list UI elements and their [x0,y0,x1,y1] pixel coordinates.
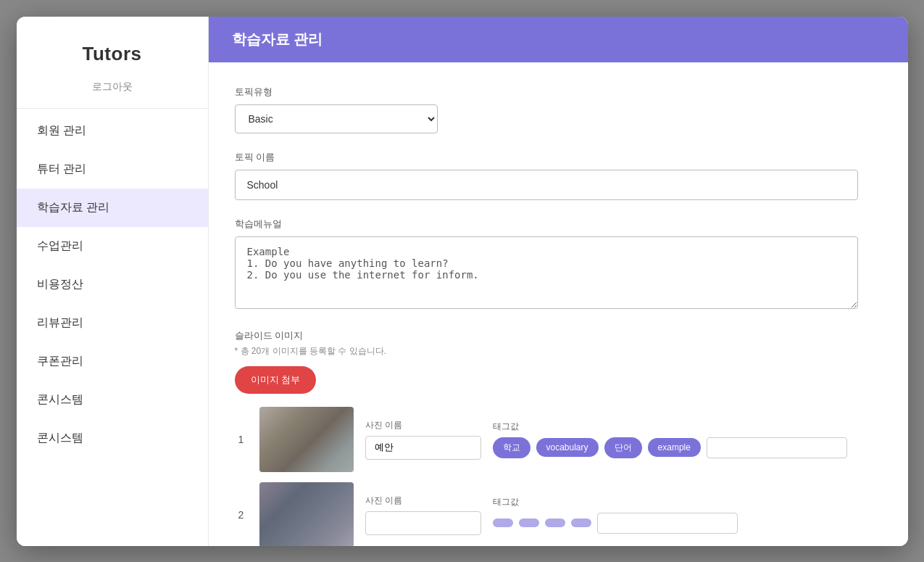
main-content: 토픽유형 Basic Advanced Expert 토픽 이름 학습메뉴얼 E… [209,62,908,546]
image-tags-label: 태그값 [493,496,738,508]
slide-image-section: 슬라이드 이미지 * 총 20개 이미지를 등록할 수 있습니다. 이미지 첨부… [235,329,882,546]
image-row-num: 2 [235,509,248,521]
image-name-label: 사진 이름 [365,495,481,507]
sidebar-item-tutors[interactable]: 튜터 관리 [17,150,208,189]
image-name-group: 사진 이름 [365,495,481,535]
study-menu-section: 학습메뉴얼 Example 1. Do you have anything to… [235,218,882,312]
slide-image-hint: * 총 20개 이미지를 등록할 수 있습니다. [235,345,882,358]
sidebar-logo-area: Tutors [17,17,208,77]
sidebar-item-push2[interactable]: 콘시스템 [17,419,208,458]
topic-name-section: 토픽 이름 [235,151,882,200]
topic-name-label: 토픽 이름 [235,151,882,164]
image-name-input[interactable] [365,511,481,535]
topic-type-select[interactable]: Basic Advanced Expert [235,104,438,133]
main-header: 학습자료 관리 [209,17,908,62]
tag-button-empty2[interactable] [519,518,539,527]
image-tags-row [493,513,738,534]
sidebar-item-materials[interactable]: 학습자료 관리 [17,189,208,227]
tag-button-example[interactable]: example [648,438,701,457]
image-thumbnail [259,482,354,546]
image-name-group: 사진 이름 [365,419,481,460]
study-menu-label: 학습메뉴얼 [235,218,882,231]
tag-input[interactable] [707,437,847,458]
image-name-input[interactable] [365,436,481,460]
sidebar-item-billing[interactable]: 비용정산 [17,265,208,304]
tag-button-school[interactable]: 학교 [493,437,530,458]
image-row-num: 1 [235,434,248,445]
sidebar-item-members[interactable]: 회원 관리 [17,112,208,150]
add-image-button[interactable]: 이미지 첨부 [235,366,317,394]
sidebar-item-coupons[interactable]: 쿠폰관리 [17,342,208,381]
image-tags-area: 태그값 [493,496,738,534]
tag-button-empty3[interactable] [545,518,565,527]
slide-image-label: 슬라이드 이미지 [235,329,882,342]
page-title: 학습자료 관리 [232,30,323,49]
tag-button-empty1[interactable] [493,518,513,527]
image-thumbnail [259,407,354,472]
image-tags-row: 학교 vocabulary 단어 example [493,437,847,458]
tag-button-word[interactable]: 단어 [604,437,642,458]
sidebar-item-classes[interactable]: 수업관리 [17,227,208,265]
tag-input[interactable] [597,513,738,534]
sidebar: Tutors 로그아웃 회원 관리 튜터 관리 학습자료 관리 수업관리 비용정… [17,17,209,546]
sidebar-logout-area: 로그아웃 [17,77,208,108]
tag-button-vocabulary[interactable]: vocabulary [536,438,599,457]
tag-button-empty4[interactable] [571,518,591,527]
topic-type-section: 토픽유형 Basic Advanced Expert [235,86,882,133]
sidebar-nav: 회원 관리 튜터 관리 학습자료 관리 수업관리 비용정산 리뷰관리 쿠폰관리 … [17,112,208,458]
sidebar-item-reviews[interactable]: 리뷰관리 [17,304,208,342]
image-row: 2 사진 이름 태그값 [235,482,882,546]
image-tags-area: 태그값 학교 vocabulary 단어 example [493,421,847,458]
sidebar-logo: Tutors [83,43,142,65]
sidebar-divider [17,108,208,109]
topic-type-label: 토픽유형 [235,86,882,99]
sidebar-item-push1[interactable]: 콘시스템 [17,381,208,419]
main-area: 학습자료 관리 토픽유형 Basic Advanced Expert 토픽 이름… [209,17,908,546]
image-tags-label: 태그값 [493,421,847,433]
image-name-label: 사진 이름 [365,419,481,431]
logout-button[interactable]: 로그아웃 [92,80,133,94]
study-menu-textarea[interactable]: Example 1. Do you have anything to learn… [235,236,858,309]
topic-name-input[interactable] [235,170,858,200]
image-row: 1 사진 이름 태그값 학교 vocabulary 단어 [235,407,882,472]
app-window: Tutors 로그아웃 회원 관리 튜터 관리 학습자료 관리 수업관리 비용정… [17,17,908,546]
